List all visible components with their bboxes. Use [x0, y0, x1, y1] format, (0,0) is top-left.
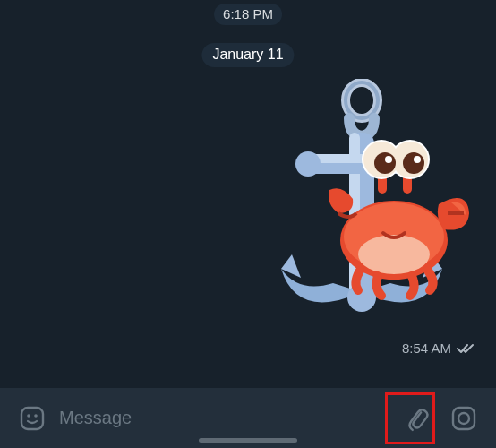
svg-rect-25	[453, 408, 475, 429]
svg-point-24	[34, 414, 38, 418]
message-meta: 8:54 AM	[402, 340, 476, 356]
sticker-message[interactable]	[244, 79, 476, 348]
svg-point-21	[414, 156, 421, 163]
read-status-icon	[457, 342, 476, 355]
home-indicator	[199, 438, 297, 443]
camera-icon[interactable]	[444, 399, 483, 438]
svg-point-26	[458, 413, 469, 424]
svg-point-18	[374, 152, 396, 174]
svg-point-6	[295, 151, 321, 177]
svg-point-1	[346, 82, 378, 118]
svg-point-23	[27, 414, 30, 418]
chat-area: 6:18 PM January 11	[0, 0, 496, 388]
message-input[interactable]	[59, 399, 390, 438]
sticker-crab-anchor	[244, 79, 476, 348]
sticker-icon[interactable]	[13, 399, 52, 438]
prev-time-pill: 6:18 PM	[214, 4, 282, 25]
svg-point-19	[403, 152, 424, 174]
svg-point-20	[385, 156, 392, 163]
svg-point-8	[347, 283, 376, 312]
svg-rect-22	[21, 408, 43, 429]
date-separator: January 11	[201, 43, 294, 67]
svg-point-11	[358, 235, 430, 274]
message-time: 8:54 AM	[402, 340, 451, 356]
attach-icon[interactable]	[398, 399, 437, 438]
